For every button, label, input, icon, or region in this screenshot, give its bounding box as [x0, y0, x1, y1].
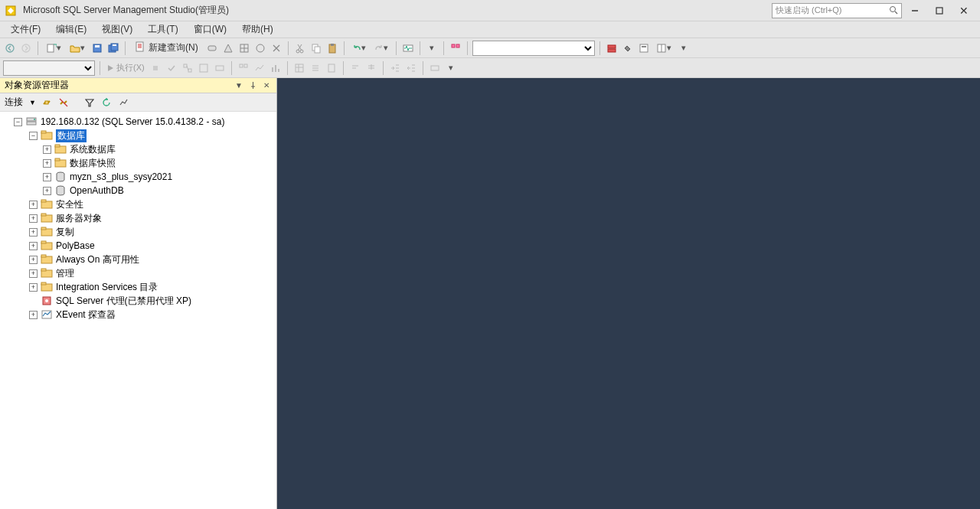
save-button[interactable]: [90, 41, 104, 56]
expand-icon[interactable]: +: [29, 201, 38, 209]
parse-button[interactable]: [165, 60, 178, 76]
tree-xevent-node[interactable]: + XEvent 探查器: [0, 308, 276, 321]
expand-icon[interactable]: +: [43, 187, 51, 195]
refresh-button[interactable]: [100, 96, 113, 109]
database-combo[interactable]: [472, 41, 595, 56]
properties-button[interactable]: [621, 41, 635, 56]
new-project-button[interactable]: ▾: [43, 41, 64, 56]
open-file-button[interactable]: ▾: [67, 41, 88, 56]
registered-servers-button[interactable]: [605, 41, 619, 56]
results-grid-button[interactable]: [292, 60, 306, 76]
client-stats-button[interactable]: [269, 60, 283, 76]
outdent-button[interactable]: [404, 60, 418, 76]
tree-db2-node[interactable]: + OpenAuthDB: [0, 184, 276, 197]
collapse-icon[interactable]: −: [14, 118, 22, 126]
comment-button[interactable]: [348, 60, 362, 76]
tree-management-node[interactable]: + 管理: [0, 266, 276, 280]
window-layout-button[interactable]: ▾: [653, 41, 675, 56]
panel-pin-button[interactable]: [247, 80, 258, 91]
tree-system-databases-node[interactable]: + 系统数据库: [0, 142, 276, 156]
quick-launch-input[interactable]: 快速启动 (Ctrl+Q): [772, 3, 902, 18]
tree-databases-node[interactable]: − 数据库: [0, 129, 276, 142]
new-query-button[interactable]: 新建查询(N): [130, 41, 203, 54]
toolbar-options-button[interactable]: ▾: [677, 41, 691, 56]
filter-button[interactable]: [83, 96, 96, 109]
menu-view[interactable]: 视图(V): [94, 21, 140, 38]
results-text-button[interactable]: [309, 60, 322, 76]
collapse-icon[interactable]: −: [29, 132, 38, 140]
tree-replication-node[interactable]: + 复制: [0, 225, 276, 239]
solution-button[interactable]: [449, 41, 462, 56]
expand-icon[interactable]: +: [29, 283, 38, 292]
tree-db1-node[interactable]: + myzn_s3_plus_sysy2021: [0, 170, 276, 184]
activity-monitor-button[interactable]: [401, 41, 415, 56]
tree-security-label: 安全性: [56, 198, 83, 211]
specify-values-button[interactable]: [428, 60, 442, 76]
tree-polybase-node[interactable]: + PolyBase: [0, 239, 276, 253]
stats-icon[interactable]: [117, 96, 129, 109]
menu-file[interactable]: 文件(F): [3, 21, 48, 38]
dmx-query-button[interactable]: [253, 41, 267, 56]
expand-icon[interactable]: +: [29, 311, 38, 319]
execute-button[interactable]: 执行(X): [105, 60, 146, 76]
expand-icon[interactable]: +: [29, 242, 38, 250]
results-file-button[interactable]: [325, 60, 338, 76]
tree-server-objects-node[interactable]: + 服务器对象: [0, 211, 276, 225]
include-plan-button[interactable]: [237, 60, 250, 76]
query-options-button[interactable]: [197, 60, 211, 76]
uncomment-button[interactable]: [364, 60, 378, 76]
connect-dropdown-icon[interactable]: ▼: [29, 99, 36, 106]
expand-icon[interactable]: +: [43, 145, 51, 154]
menu-tools[interactable]: 工具(T): [140, 21, 185, 38]
maximize-button[interactable]: [928, 2, 951, 19]
menu-help[interactable]: 帮助(H): [234, 21, 281, 38]
svg-point-22: [256, 44, 264, 52]
tree-integration-node[interactable]: + Integration Services 目录: [0, 280, 276, 294]
svg-rect-34: [640, 44, 648, 52]
expand-icon[interactable]: +: [43, 173, 51, 181]
nav-back-button[interactable]: [3, 41, 17, 56]
tree-security-node[interactable]: + 安全性: [0, 197, 276, 211]
expand-icon[interactable]: +: [29, 269, 38, 278]
panel-close-button[interactable]: ✕: [261, 80, 272, 91]
expand-icon[interactable]: +: [29, 228, 38, 237]
find-button[interactable]: ▾: [425, 41, 439, 56]
disconnect-button[interactable]: [57, 96, 70, 109]
template-button[interactable]: [637, 41, 651, 56]
indent-button[interactable]: [388, 60, 402, 76]
nav-forward-button[interactable]: [19, 41, 33, 56]
save-all-button[interactable]: [106, 41, 120, 56]
paste-button[interactable]: [325, 41, 339, 56]
object-explorer-header: 对象资源管理器 ▼ ✕: [0, 78, 276, 93]
cut-button[interactable]: [293, 41, 307, 56]
engine-query-button[interactable]: [205, 41, 219, 56]
xmla-query-button[interactable]: [270, 41, 283, 56]
panel-dropdown-button[interactable]: ▼: [234, 80, 244, 91]
connect-label[interactable]: 连接: [5, 96, 23, 109]
cancel-query-button[interactable]: [149, 60, 162, 76]
analysis-query-button[interactable]: [221, 41, 235, 56]
sql-toolbar-options-button[interactable]: ▾: [444, 60, 458, 76]
minimize-button[interactable]: [903, 2, 926, 19]
intellisense-button[interactable]: [213, 60, 227, 76]
menu-window[interactable]: 窗口(W): [186, 21, 234, 38]
available-db-combo[interactable]: [3, 60, 95, 76]
tree-agent-node[interactable]: SQL Server 代理(已禁用代理 XP): [0, 294, 276, 308]
tree-alwayson-node[interactable]: + Always On 高可用性: [0, 253, 276, 266]
tree-snapshots-node[interactable]: + 数据库快照: [0, 156, 276, 170]
tree-server-node[interactable]: − 192.168.0.132 (SQL Server 15.0.4138.2 …: [0, 115, 276, 129]
connect-button[interactable]: [41, 96, 53, 109]
estimated-plan-button[interactable]: [181, 60, 194, 76]
undo-button[interactable]: ▾: [349, 41, 369, 56]
expand-icon[interactable]: +: [29, 256, 38, 264]
close-button[interactable]: ✕: [952, 2, 975, 19]
expand-icon[interactable]: +: [43, 159, 51, 168]
svg-rect-83: [41, 200, 46, 202]
live-stats-button[interactable]: [253, 60, 266, 76]
copy-button[interactable]: [309, 41, 323, 56]
mdx-query-button[interactable]: [237, 41, 251, 56]
object-explorer-tree[interactable]: − 192.168.0.132 (SQL Server 15.0.4138.2 …: [0, 112, 276, 509]
menu-edit[interactable]: 编辑(E): [48, 21, 94, 38]
redo-button[interactable]: ▾: [371, 41, 391, 56]
expand-icon[interactable]: +: [29, 214, 38, 223]
